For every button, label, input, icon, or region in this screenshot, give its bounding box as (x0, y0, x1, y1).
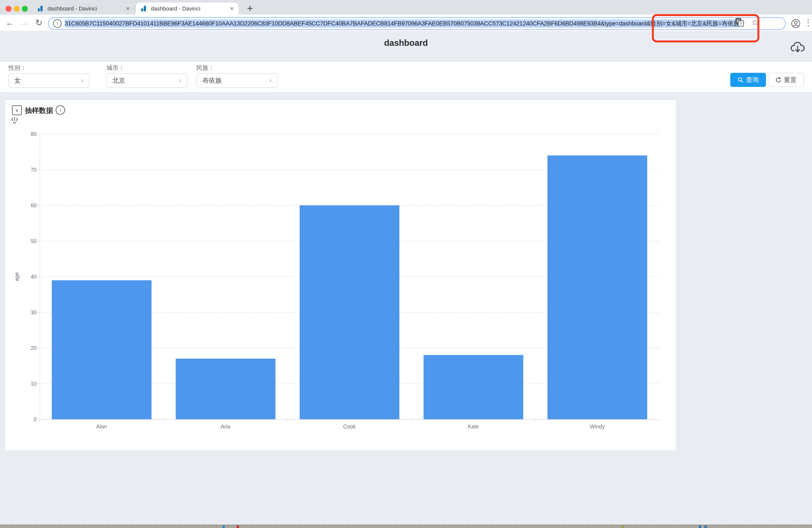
bar-cook[interactable] (300, 205, 400, 419)
bar-aria[interactable] (176, 359, 275, 419)
annotation-highlight-box (652, 14, 759, 42)
page-info-icon[interactable]: i (53, 19, 62, 28)
cloud-download-icon[interactable] (790, 41, 805, 55)
profile-avatar-icon[interactable] (791, 19, 800, 28)
y-tick-label: 40 (17, 274, 37, 280)
davinci-favicon-icon (37, 5, 44, 12)
drag-handle-icon[interactable] (11, 116, 18, 125)
chevron-down-icon: ∨ (178, 78, 182, 83)
chevron-down-icon: ∨ (269, 78, 273, 83)
y-tick-mark (37, 384, 40, 384)
x-axis-line (40, 419, 659, 420)
new-tab-button[interactable]: + (244, 2, 257, 15)
filter-bar: 性别： 城市： 民族： 女 ∨ 北京 ∨ 布依族 ∨ 查询 重置 (0, 62, 812, 92)
y-tick-label: 60 (17, 202, 37, 209)
tab-close-icon[interactable]: × (126, 5, 130, 12)
y-tick-label: 70 (17, 167, 37, 173)
x-tick-mark (411, 419, 411, 422)
y-tick-mark (37, 276, 40, 277)
back-icon[interactable]: ← (3, 15, 17, 31)
bar-windy[interactable] (548, 155, 647, 419)
gender-select[interactable]: 女 ∨ (8, 73, 89, 88)
y-tick-mark (37, 241, 40, 241)
y-tick-mark (37, 170, 40, 170)
browser-tab-inactive[interactable]: dashboard - Davinci × (32, 3, 134, 15)
filter-label-city: 城市： (106, 64, 124, 72)
url-hash-and-type: 31C605B7C115040027BFD4101411BBE96F3AE144… (64, 20, 647, 27)
x-category-label: Aria (193, 424, 258, 430)
dock-speck (699, 525, 701, 528)
forward-icon: → (17, 15, 31, 31)
filter-label-ethnicity: 民族： (197, 64, 215, 72)
davinci-favicon-icon (141, 5, 147, 12)
traffic-light-zoom-button[interactable] (22, 6, 28, 12)
city-select[interactable]: 北京 ∨ (106, 73, 188, 88)
reload-icon[interactable]: ↻ (32, 15, 46, 31)
tab-title: dashboard - Davinci (151, 5, 230, 12)
x-category-label: Cook (317, 424, 381, 430)
search-icon (738, 77, 743, 83)
query-button[interactable]: 查询 (730, 73, 766, 87)
widget-card: ∨ 抽样数据 i 01020304050607080AlanAriaCookKa… (5, 100, 676, 450)
widget-title: 抽样数据 (25, 106, 53, 115)
ethnicity-select[interactable]: 布依族 ∨ (197, 73, 278, 88)
traffic-light-minimize-button[interactable] (14, 6, 20, 12)
bar-alan[interactable] (52, 280, 151, 419)
x-category-label: Kate (441, 424, 506, 430)
info-icon[interactable]: i (56, 105, 65, 115)
dock-speck (705, 525, 707, 528)
reset-button[interactable]: 重置 (768, 73, 804, 87)
chevron-down-icon: ∨ (80, 78, 84, 83)
widget-select-icon[interactable]: ∨ (12, 105, 22, 115)
y-tick-mark (37, 134, 40, 134)
y-tick-label: 30 (17, 309, 37, 316)
y-tick-label: 20 (17, 345, 37, 351)
y-tick-mark (37, 312, 40, 313)
y-axis-line (40, 134, 40, 419)
dock-speck (622, 525, 624, 528)
x-tick-mark (39, 419, 40, 422)
y-tick-label: 0 (17, 416, 37, 423)
browser-tab-active[interactable]: dashboard - Davinci × (135, 3, 238, 15)
dock-speck (222, 525, 225, 528)
refresh-icon (775, 77, 781, 83)
x-tick-mark (535, 419, 536, 422)
x-tick-mark (659, 419, 659, 422)
tab-close-icon[interactable]: × (230, 5, 234, 12)
y-tick-label: 50 (17, 238, 37, 244)
y-tick-mark (37, 205, 40, 205)
x-category-label: Alan (70, 424, 134, 430)
x-category-label: Windy (565, 424, 629, 430)
gridline (40, 134, 659, 134)
y-tick-label: 10 (17, 381, 37, 387)
y-tick-mark (37, 348, 40, 348)
dock-sliver (0, 525, 812, 528)
x-tick-mark (163, 419, 164, 422)
y-axis-name: age (14, 272, 20, 281)
traffic-light-close-button[interactable] (5, 6, 12, 12)
tab-title: dashboard - Davinci (47, 5, 126, 12)
y-tick-label: 80 (17, 131, 37, 137)
bar-kate[interactable] (423, 355, 523, 419)
dock-speck (237, 525, 239, 528)
browser-menu-icon[interactable]: ⋮ (804, 17, 812, 27)
tab-divider (135, 5, 135, 12)
filter-label-gender: 性别： (8, 64, 26, 72)
x-tick-mark (287, 419, 288, 422)
browser-tab-strip: dashboard - Davinci × dashboard - Davinc… (0, 0, 812, 15)
